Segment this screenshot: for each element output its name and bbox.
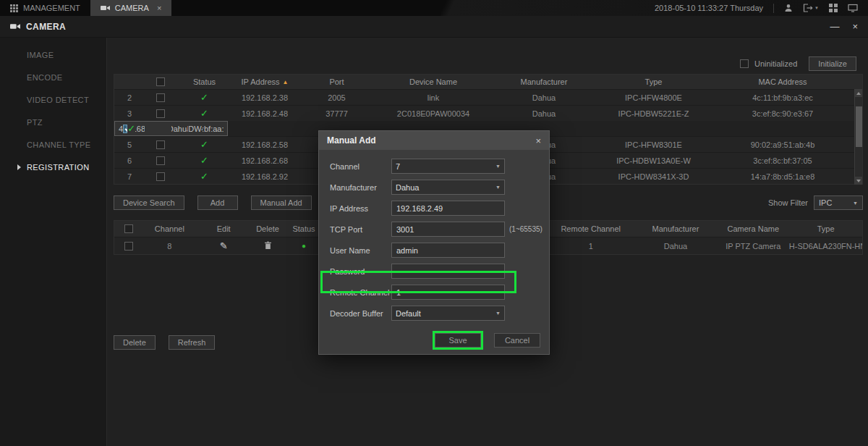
sidebar-item-channel-type[interactable]: CHANNEL TYPE: [0, 133, 106, 156]
user-name-label: User Name: [330, 246, 391, 255]
col-type: Type: [789, 221, 862, 237]
added-select-all-checkbox[interactable]: [124, 224, 133, 233]
apps-grid-icon: [10, 4, 18, 12]
decoder-buffer-select[interactable]: Default ▼: [391, 306, 505, 321]
remote-channel-label: Remote Channel: [330, 288, 391, 297]
channel-select[interactable]: 7 ▼: [391, 159, 505, 174]
sidebar-item-encode[interactable]: ENCODE: [0, 66, 106, 88]
initialize-row: Uninitialized Initialize: [740, 56, 856, 71]
col-mac-address: MAC Address: [709, 75, 856, 89]
row-checkbox[interactable]: [156, 156, 165, 165]
sidebar-item-registration[interactable]: REGISTRATION: [0, 156, 106, 178]
page-title: CAMERA: [26, 22, 66, 32]
status-ok-icon: ✓: [127, 123, 135, 134]
added-row-checkbox[interactable]: [124, 242, 133, 251]
sidebar-item-ptz[interactable]: PTZ: [0, 111, 106, 133]
initialize-button[interactable]: Initialize: [809, 56, 856, 71]
row-checkbox[interactable]: [156, 109, 165, 118]
cancel-button[interactable]: Cancel: [494, 333, 540, 348]
minimize-icon[interactable]: —: [830, 21, 839, 32]
show-filter-select[interactable]: IPC ▼: [814, 195, 863, 210]
manual-add-dialog: Manual Add × Channel 7 ▼ Manufacturer Da…: [318, 130, 550, 355]
save-button[interactable]: Save: [435, 333, 481, 348]
active-item-arrow-icon: [17, 164, 21, 170]
manual-add-button[interactable]: Manual Add: [251, 195, 312, 210]
tab-close-icon[interactable]: ×: [157, 4, 161, 12]
bottom-actions: Delete Refresh: [114, 335, 215, 350]
display-icon[interactable]: [848, 4, 858, 12]
uninitialized-label: Uninitialized: [754, 59, 797, 68]
close-icon[interactable]: ×: [852, 21, 858, 32]
dropdown-arrow-icon: ▼: [495, 311, 501, 316]
select-all-checkbox[interactable]: [156, 77, 165, 86]
col-delete: Delete: [252, 221, 284, 237]
dropdown-arrow-icon: ▼: [495, 164, 501, 169]
refresh-button[interactable]: Refresh: [169, 335, 216, 350]
password-label: Password: [330, 267, 391, 276]
camera-icon: [101, 4, 110, 12]
window-titlebar: CAMERA — ×: [0, 16, 868, 38]
user-name-input[interactable]: [391, 243, 505, 258]
manufacturer-select[interactable]: Dahua ▼: [391, 180, 505, 195]
password-input[interactable]: [391, 264, 505, 279]
app-window: MANAGEMENT CAMERA × 2018-05-10 11:33:27 …: [0, 0, 868, 446]
dialog-title: Manual Add: [327, 135, 376, 146]
logout-icon[interactable]: ▼: [803, 4, 819, 12]
col-remote-channel: Remote Channel: [548, 221, 634, 237]
scrollbar-thumb[interactable]: [856, 106, 862, 147]
col-ip-address[interactable]: IP Address ▲: [233, 75, 297, 89]
col-status: Status: [176, 75, 233, 89]
status-ok-icon: ✓: [200, 139, 208, 150]
scroll-down-icon[interactable]: [855, 177, 862, 185]
add-button[interactable]: Add: [197, 195, 238, 210]
row-checkbox-checked[interactable]: [123, 125, 127, 133]
delete-icon[interactable]: [264, 241, 272, 251]
col-edit: Edit: [196, 221, 252, 237]
dropdown-arrow-icon: ▼: [495, 185, 501, 190]
tcp-port-input[interactable]: [391, 222, 505, 237]
decoder-buffer-label: Decoder Buffer: [330, 309, 391, 318]
remote-channel-input[interactable]: [391, 285, 505, 300]
tab-camera-label: CAMERA: [115, 4, 149, 12]
tcp-port-hint: (1~65535): [509, 225, 542, 233]
topbar-separator: [773, 4, 774, 13]
device-table-header: Status IP Address ▲ Port Device Name Man…: [114, 75, 862, 89]
sort-asc-icon: ▲: [283, 79, 289, 85]
tab-camera[interactable]: CAMERA ×: [90, 0, 172, 16]
datetime: 2018-05-10 11:33:27 Thursday: [655, 4, 763, 12]
tab-management[interactable]: MANAGEMENT: [0, 0, 90, 16]
status-ok-icon: ✓: [200, 155, 208, 166]
user-icon[interactable]: [784, 4, 793, 12]
edit-icon[interactable]: ✎: [220, 240, 228, 251]
ip-address-input[interactable]: [391, 201, 505, 216]
sidebar: IMAGE ENCODE VIDEO DETECT PTZ CHANNEL TY…: [0, 38, 107, 446]
channel-label: Channel: [330, 162, 391, 171]
col-type: Type: [598, 75, 709, 89]
dialog-close-icon[interactable]: ×: [535, 135, 541, 146]
sidebar-item-video-detect[interactable]: VIDEO DETECT: [0, 88, 106, 111]
row-checkbox[interactable]: [156, 93, 165, 102]
logout-caret-icon: ▼: [814, 6, 819, 10]
row-checkbox[interactable]: [156, 140, 165, 149]
col-camera-name: Camera Name: [717, 221, 789, 237]
camera-title-icon: [10, 22, 20, 30]
device-search-button[interactable]: Device Search: [114, 195, 184, 210]
status-ok-icon: ✓: [200, 92, 208, 103]
device-row[interactable]: 2 ✓ 192.168.2.38 2005 link Dahua IPC-HFW…: [114, 89, 862, 105]
device-row-selected[interactable]: 4 ✓ 192.168.2.49 Dahua DH-IPC-HDW44A1MN-…: [114, 121, 228, 136]
scroll-up-icon[interactable]: [855, 89, 862, 97]
show-filter-label: Show Filter: [768, 198, 808, 207]
sidebar-item-image[interactable]: IMAGE: [0, 43, 106, 66]
col-channel: Channel: [143, 221, 196, 237]
col-manufacturer: Manufacturer: [634, 221, 718, 237]
vertical-scrollbar[interactable]: [854, 89, 862, 185]
channel-grid-icon[interactable]: [829, 4, 838, 12]
dropdown-arrow-icon: ▼: [853, 201, 858, 206]
tcp-port-label: TCP Port: [330, 225, 391, 234]
row-checkbox[interactable]: [156, 172, 165, 181]
uninitialized-checkbox[interactable]: [740, 59, 749, 68]
status-ok-icon: ✓: [200, 108, 208, 119]
delete-button[interactable]: Delete: [114, 335, 156, 350]
col-device-name: Device Name: [377, 75, 490, 89]
device-row[interactable]: 3 ✓ 192.168.2.48 37777 2C018E0PAW00034 D…: [114, 105, 862, 121]
